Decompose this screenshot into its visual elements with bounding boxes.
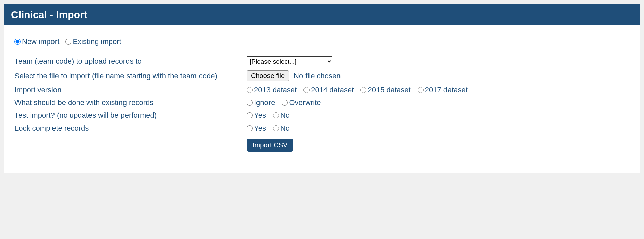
row-lock: Lock complete records Yes No bbox=[14, 124, 630, 133]
choose-file-button[interactable]: Choose file bbox=[247, 70, 289, 81]
label-file: Select the file to import (file name sta… bbox=[14, 72, 247, 80]
import-type-new-label: New import bbox=[22, 37, 59, 46]
lock-no-radio[interactable] bbox=[273, 125, 279, 131]
existing-overwrite-radio[interactable] bbox=[282, 100, 288, 106]
import-type-existing-label: Existing import bbox=[73, 37, 121, 46]
test-yes[interactable]: Yes bbox=[247, 111, 266, 120]
test-no-radio[interactable] bbox=[273, 112, 279, 118]
file-status: No file chosen bbox=[294, 72, 341, 80]
import-type-existing[interactable]: Existing import bbox=[65, 37, 121, 46]
version-2015[interactable]: 2015 dataset bbox=[360, 86, 410, 94]
version-2017[interactable]: 2017 dataset bbox=[418, 86, 468, 94]
import-type-existing-radio[interactable] bbox=[65, 39, 71, 45]
row-file: Select the file to import (file name sta… bbox=[14, 70, 630, 81]
lock-no[interactable]: No bbox=[273, 124, 290, 133]
existing-overwrite-label: Overwrite bbox=[289, 98, 321, 107]
test-yes-radio[interactable] bbox=[247, 112, 253, 118]
lock-yes-radio[interactable] bbox=[247, 125, 253, 131]
label-existing: What should be done with existing record… bbox=[14, 98, 247, 107]
label-team: Team (team code) to upload records to bbox=[14, 57, 247, 66]
team-select[interactable]: [Please select...] bbox=[247, 56, 332, 66]
version-2014-radio[interactable] bbox=[303, 87, 310, 93]
existing-ignore-label: Ignore bbox=[254, 98, 275, 107]
test-no-label: No bbox=[280, 111, 290, 120]
import-type-new[interactable]: New import bbox=[14, 37, 59, 46]
version-2017-radio[interactable] bbox=[418, 87, 424, 93]
version-2014[interactable]: 2014 dataset bbox=[303, 86, 354, 94]
label-test: Test import? (no updates will be perform… bbox=[14, 111, 247, 120]
version-2014-label: 2014 dataset bbox=[311, 86, 354, 94]
existing-overwrite[interactable]: Overwrite bbox=[282, 98, 321, 107]
row-version: Import version 2013 dataset 2014 dataset… bbox=[14, 86, 630, 94]
version-2013[interactable]: 2013 dataset bbox=[247, 86, 297, 94]
existing-ignore[interactable]: Ignore bbox=[247, 98, 275, 107]
version-2015-radio[interactable] bbox=[360, 87, 366, 93]
import-type-group: New import Existing import bbox=[14, 37, 630, 47]
existing-ignore-radio[interactable] bbox=[247, 100, 253, 106]
import-type-new-radio[interactable] bbox=[14, 39, 21, 45]
lock-yes-label: Yes bbox=[254, 124, 266, 133]
import-panel: Clinical - Import New import Existing im… bbox=[4, 4, 640, 173]
row-team: Team (team code) to upload records to [P… bbox=[14, 56, 630, 66]
version-2015-label: 2015 dataset bbox=[368, 86, 410, 94]
test-yes-label: Yes bbox=[254, 111, 266, 120]
panel-body: New import Existing import Team (team co… bbox=[4, 25, 640, 173]
row-test: Test import? (no updates will be perform… bbox=[14, 111, 630, 120]
label-version: Import version bbox=[14, 86, 247, 94]
lock-yes[interactable]: Yes bbox=[247, 124, 266, 133]
page-title: Clinical - Import bbox=[4, 4, 640, 25]
row-existing: What should be done with existing record… bbox=[14, 98, 630, 107]
test-no[interactable]: No bbox=[273, 111, 290, 120]
version-2017-label: 2017 dataset bbox=[425, 86, 468, 94]
label-lock: Lock complete records bbox=[14, 124, 247, 133]
version-2013-label: 2013 dataset bbox=[254, 86, 297, 94]
row-submit: Import CSV bbox=[14, 139, 630, 152]
import-csv-button[interactable]: Import CSV bbox=[247, 139, 293, 152]
lock-no-label: No bbox=[280, 124, 290, 133]
version-2013-radio[interactable] bbox=[247, 87, 253, 93]
